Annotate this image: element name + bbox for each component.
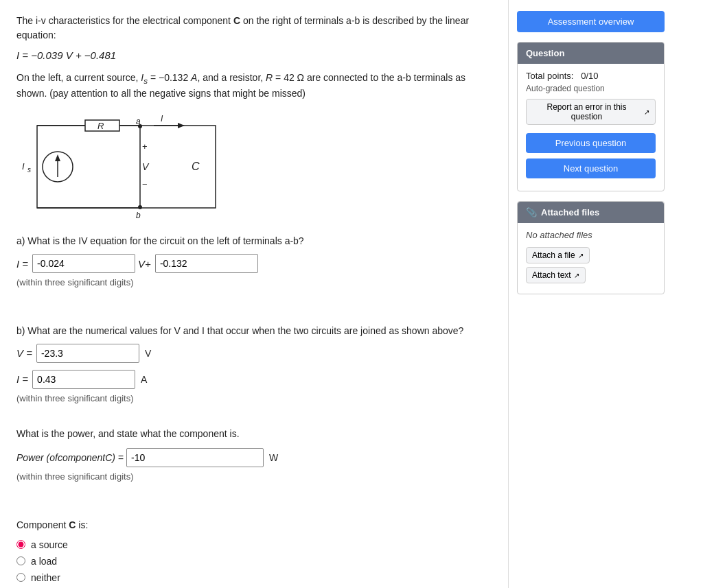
total-points: Total points: 0/10 (526, 71, 656, 81)
sidebar: Assessment overview Question Total point… (508, 0, 673, 588)
answer-row-a: I = V+ (16, 254, 492, 273)
total-points-max: /10 (586, 71, 598, 81)
paperclip-icon: 📎 (526, 207, 537, 217)
svg-text:I: I (22, 161, 25, 172)
report-error-button[interactable]: Report an error in this question ↗ (526, 99, 656, 125)
answer-input-b1[interactable] (36, 344, 139, 363)
attach-file-label: Attach a file (532, 250, 575, 260)
power-label: Power (ofcomponentC) = (16, 452, 124, 463)
within-note-a: (within three significant digits) (16, 276, 492, 290)
circuit-diagram: I s R a I + V − C b (16, 112, 236, 222)
svg-text:V: V (142, 161, 150, 172)
svg-text:b: b (136, 211, 141, 220)
power-row: Power (ofcomponentC) = W (16, 448, 492, 467)
main-content: The i-v characteristics for the electric… (0, 0, 508, 588)
previous-question-button[interactable]: Previous question (526, 133, 656, 153)
within-note-power: (within three significant digits) (16, 470, 492, 484)
left-circuit-paragraph: On the left, a current source, Is = −0.1… (16, 71, 492, 101)
within-note-b: (within three significant digits) (16, 392, 492, 405)
no-attached-files-label: No attached files (526, 230, 656, 240)
svg-marker-14 (178, 123, 185, 128)
svg-point-20 (138, 205, 142, 209)
attach-text-label: Attach text (532, 270, 571, 280)
svg-text:+: + (142, 141, 148, 152)
answer-input-a1[interactable] (32, 254, 135, 273)
next-question-button[interactable]: Next question (526, 158, 656, 178)
part-a-label: a) What is the IV equation for the circu… (16, 234, 492, 248)
intro-paragraph: The i-v characteristics for the electric… (16, 14, 492, 43)
radio-neither[interactable] (16, 573, 25, 582)
svg-text:C: C (192, 161, 200, 172)
svg-text:s: s (27, 166, 31, 174)
question-body: Total points: 0/10 Auto-graded question … (518, 64, 664, 191)
attach-text-button[interactable]: Attach text ↗ (526, 267, 586, 283)
power-text: What is the power, and state what the co… (16, 427, 492, 441)
radio-option-source[interactable]: a source (16, 539, 492, 550)
report-error-label: Report an error in this question (532, 102, 641, 121)
svg-text:R: R (97, 121, 104, 131)
I-eq-label2: I = (16, 373, 28, 385)
question-header: Question (518, 43, 664, 64)
V-eq-label: V = (16, 347, 32, 359)
component-section: Component C is: a source a load neither (16, 518, 492, 583)
attach-file-icon: ↗ (578, 252, 584, 259)
component-c-bold: C (233, 15, 240, 26)
attached-files-title: Attached files (541, 207, 599, 217)
attach-file-button[interactable]: Attach a file ↗ (526, 247, 590, 263)
question-section: Question Total points: 0/10 Auto-graded … (517, 42, 665, 191)
component-c-label: C (69, 519, 76, 530)
equation1: I = −0.039 V + −0.481 (16, 49, 492, 61)
svg-rect-0 (37, 126, 216, 208)
svg-marker-4 (55, 154, 60, 161)
assessment-overview-button[interactable]: Assessment overview (517, 11, 665, 32)
radio-option-load[interactable]: a load (16, 556, 492, 567)
svg-text:−: − (142, 179, 148, 189)
W-unit: W (269, 452, 278, 463)
A-unit: A (141, 374, 147, 385)
attached-files-header: 📎 Attached files (518, 202, 664, 223)
answer-input-power[interactable] (126, 448, 264, 467)
radio-option-neither[interactable]: neither (16, 572, 492, 583)
external-link-icon: ↗ (644, 108, 649, 116)
auto-graded-label: Auto-graded question (526, 84, 656, 93)
radio-neither-label: neither (31, 572, 60, 583)
V-plus-label: V+ (138, 258, 151, 270)
component-is-label: Component C is: (16, 518, 492, 532)
attached-files-body: No attached files Attach a file ↗ Attach… (518, 223, 664, 294)
svg-point-12 (138, 124, 142, 128)
radio-source[interactable] (16, 540, 25, 549)
radio-load-label: a load (31, 556, 57, 567)
radio-source-label: a source (31, 539, 68, 550)
I-eq-label: I = (16, 258, 28, 270)
answer-row-b-i: I = A (16, 370, 492, 389)
total-points-label: Total points: (526, 71, 573, 81)
attached-files-section: 📎 Attached files No attached files Attac… (517, 201, 665, 294)
attach-text-icon: ↗ (574, 272, 579, 279)
answer-input-a2[interactable] (155, 254, 258, 273)
V-unit: V (145, 348, 151, 359)
answer-row-b-v: V = V (16, 344, 492, 363)
part-b-label: b) What are the numerical values for V a… (16, 324, 492, 338)
answer-input-b2[interactable] (32, 370, 135, 389)
radio-load[interactable] (16, 556, 25, 565)
svg-text:I: I (161, 114, 163, 124)
